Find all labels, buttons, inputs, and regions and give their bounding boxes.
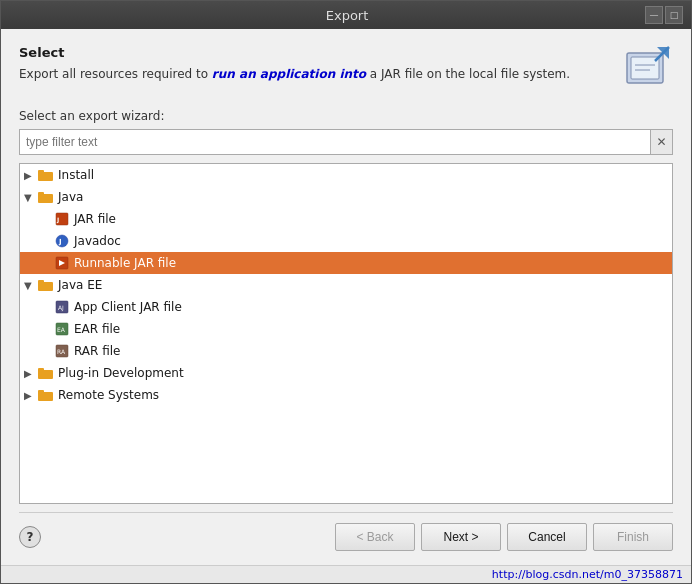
toggle-java: ▼: [24, 192, 38, 203]
appjar-icon: AJ: [54, 299, 70, 315]
jar-icon: J: [54, 211, 70, 227]
javadoc-icon: J: [54, 233, 70, 249]
svg-point-12: [56, 235, 68, 247]
svg-rect-9: [38, 192, 44, 196]
tree-label-jar: JAR file: [74, 212, 116, 226]
back-button[interactable]: < Back: [335, 523, 415, 551]
svg-text:AJ: AJ: [58, 304, 64, 312]
folder-icon-install: [38, 167, 54, 183]
header-text: Select Export all resources required to …: [19, 45, 613, 83]
minimize-button[interactable]: —: [645, 6, 663, 24]
folder-icon-java: [38, 189, 54, 205]
svg-text:J: J: [58, 238, 62, 246]
rar-icon: RA: [54, 343, 70, 359]
titlebar: Export — □: [1, 1, 691, 29]
tree-label-plugin: Plug-in Development: [58, 366, 184, 380]
svg-text:EA: EA: [57, 326, 66, 333]
dialog-title: Select: [19, 45, 613, 60]
folder-icon-plugin: [38, 365, 54, 381]
svg-text:J: J: [56, 216, 59, 224]
status-bar: http://blog.csdn.net/m0_37358871: [1, 565, 691, 583]
toggle-plugin: ▶: [24, 368, 38, 379]
tree-item-java[interactable]: ▼ Java: [20, 186, 672, 208]
tree-item-remote[interactable]: ▶ Remote Systems: [20, 384, 672, 406]
desc-highlight1: run an application into: [212, 67, 366, 81]
tree-item-app-client[interactable]: AJ App Client JAR file: [20, 296, 672, 318]
toggle-install: ▶: [24, 170, 38, 181]
desc-plain2: a JAR file on the local file system.: [366, 67, 570, 81]
window-controls: — □: [645, 6, 683, 24]
tree-item-java-ee[interactable]: ▼ Java EE: [20, 274, 672, 296]
maximize-button[interactable]: □: [665, 6, 683, 24]
tree-label-rar: RAR file: [74, 344, 121, 358]
tree-label-java: Java: [58, 190, 83, 204]
next-button[interactable]: Next >: [421, 523, 501, 551]
window-title: Export: [49, 8, 645, 23]
svg-rect-7: [38, 170, 44, 174]
dialog-description: Export all resources required to run an …: [19, 66, 613, 83]
ear-icon: EA: [54, 321, 70, 337]
help-button[interactable]: ?: [19, 526, 41, 548]
tree-label-ear: EAR file: [74, 322, 120, 336]
footer-buttons: < Back Next > Cancel Finish: [335, 523, 673, 551]
export-icon: [625, 45, 673, 93]
filter-input[interactable]: [19, 129, 651, 155]
svg-text:RA: RA: [57, 348, 66, 355]
tree-item-jar-file[interactable]: J JAR file: [20, 208, 672, 230]
tree-label-javaee: Java EE: [58, 278, 102, 292]
tree-item-runnable-jar[interactable]: Runnable JAR file: [20, 252, 672, 274]
toggle-javaee: ▼: [24, 280, 38, 291]
folder-icon-remote: [38, 387, 54, 403]
tree-item-install[interactable]: ▶ Install: [20, 164, 672, 186]
tree-item-javadoc[interactable]: J Javadoc: [20, 230, 672, 252]
status-url: http://blog.csdn.net/m0_37358871: [492, 568, 683, 581]
header-section: Select Export all resources required to …: [19, 45, 673, 93]
folder-icon-javaee: [38, 277, 54, 293]
svg-rect-17: [38, 280, 44, 284]
finish-button[interactable]: Finish: [593, 523, 673, 551]
dialog-content: Select Export all resources required to …: [1, 29, 691, 565]
filter-clear-button[interactable]: ✕: [651, 129, 673, 155]
export-dialog: Export — □ Select Export all resources r…: [0, 0, 692, 584]
runjar-icon: [54, 255, 70, 271]
cancel-button[interactable]: Cancel: [507, 523, 587, 551]
tree-container[interactable]: ▶ Install ▼ Java: [19, 163, 673, 504]
toggle-remote: ▶: [24, 390, 38, 401]
tree-item-ear[interactable]: EA EAR file: [20, 318, 672, 340]
tree-label-install: Install: [58, 168, 94, 182]
tree-item-rar[interactable]: RA RAR file: [20, 340, 672, 362]
tree-label-javadoc: Javadoc: [74, 234, 121, 248]
tree-item-plugin[interactable]: ▶ Plug-in Development: [20, 362, 672, 384]
desc-plain1: Export all resources required to: [19, 67, 212, 81]
filter-row: ✕: [19, 129, 673, 155]
svg-rect-25: [38, 368, 44, 372]
tree-label-remote: Remote Systems: [58, 388, 159, 402]
tree-label-appjar: App Client JAR file: [74, 300, 182, 314]
svg-rect-27: [38, 390, 44, 394]
footer: ? < Back Next > Cancel Finish: [19, 513, 673, 555]
wizard-label: Select an export wizard:: [19, 109, 673, 123]
tree-label-runjar: Runnable JAR file: [74, 256, 176, 270]
footer-left: ?: [19, 526, 41, 548]
